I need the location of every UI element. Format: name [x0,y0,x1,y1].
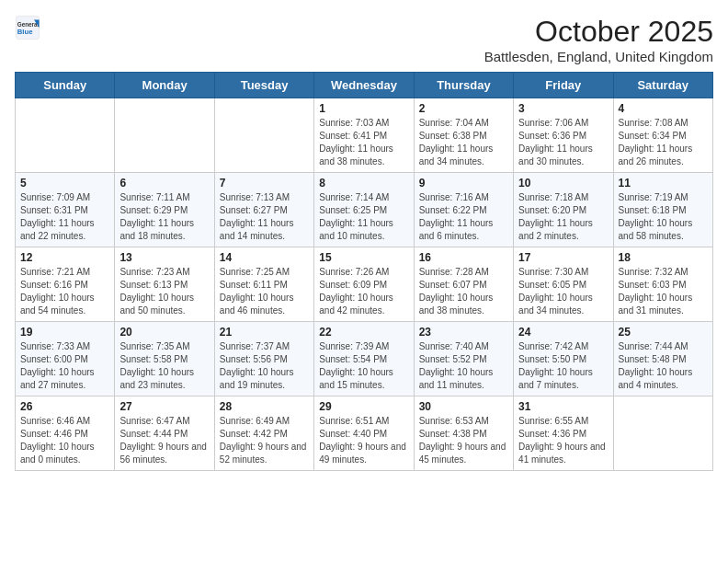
day-number: 11 [619,177,708,190]
day-number: 12 [20,251,109,264]
day-info: Sunrise: 7:44 AM Sunset: 5:48 PM Dayligh… [619,340,708,392]
day-number: 23 [419,326,508,339]
day-info: Sunrise: 7:18 AM Sunset: 6:20 PM Dayligh… [518,191,608,243]
day-number: 30 [419,400,508,413]
day-info: Sunrise: 6:53 AM Sunset: 4:38 PM Dayligh… [419,415,508,466]
calendar-cell: 10Sunrise: 7:18 AM Sunset: 6:20 PM Dayli… [514,173,613,247]
title-block: October 2025 Battlesden, England, United… [484,15,713,64]
calendar-cell: 4Sunrise: 7:08 AM Sunset: 6:34 PM Daylig… [613,98,712,173]
day-info: Sunrise: 7:32 AM Sunset: 6:03 PM Dayligh… [619,266,708,317]
day-number: 10 [518,177,608,190]
weekday-header-saturday: Saturday [613,73,712,98]
calendar-cell: 6Sunrise: 7:11 AM Sunset: 6:29 PM Daylig… [115,173,214,247]
weekday-header-tuesday: Tuesday [214,73,313,98]
day-number: 3 [518,102,608,115]
calendar-cell [16,98,115,173]
calendar-cell: 30Sunrise: 6:53 AM Sunset: 4:38 PM Dayli… [414,396,513,471]
day-info: Sunrise: 7:25 AM Sunset: 6:11 PM Dayligh… [220,266,309,317]
location: Battlesden, England, United Kingdom [484,49,713,64]
day-info: Sunrise: 7:28 AM Sunset: 6:07 PM Dayligh… [419,266,508,317]
day-info: Sunrise: 7:08 AM Sunset: 6:34 PM Dayligh… [619,117,708,168]
day-info: Sunrise: 7:06 AM Sunset: 6:36 PM Dayligh… [518,117,608,168]
day-number: 28 [220,400,309,413]
calendar-cell: 12Sunrise: 7:21 AM Sunset: 6:16 PM Dayli… [16,247,115,322]
day-number: 14 [220,251,309,264]
day-number: 20 [119,326,209,339]
svg-text:Blue: Blue [17,28,33,36]
calendar-cell: 23Sunrise: 7:40 AM Sunset: 5:52 PM Dayli… [414,322,513,396]
day-info: Sunrise: 7:21 AM Sunset: 6:16 PM Dayligh… [20,266,109,317]
calendar-week-row: 19Sunrise: 7:33 AM Sunset: 6:00 PM Dayli… [16,322,713,396]
day-number: 8 [319,177,408,190]
calendar-cell: 21Sunrise: 7:37 AM Sunset: 5:56 PM Dayli… [214,322,313,396]
calendar-cell: 8Sunrise: 7:14 AM Sunset: 6:25 PM Daylig… [314,173,414,247]
calendar-cell: 18Sunrise: 7:32 AM Sunset: 6:03 PM Dayli… [613,247,712,322]
day-info: Sunrise: 7:11 AM Sunset: 6:29 PM Dayligh… [119,191,209,243]
day-number: 9 [419,177,508,190]
calendar-cell: 17Sunrise: 7:30 AM Sunset: 6:05 PM Dayli… [514,247,613,322]
day-info: Sunrise: 7:04 AM Sunset: 6:38 PM Dayligh… [419,117,508,168]
logo: General Blue [15,15,40,40]
day-number: 7 [220,177,309,190]
day-number: 6 [119,177,209,190]
weekday-header-friday: Friday [514,73,613,98]
day-info: Sunrise: 7:26 AM Sunset: 6:09 PM Dayligh… [319,266,408,317]
day-info: Sunrise: 7:35 AM Sunset: 5:58 PM Dayligh… [119,340,209,392]
day-info: Sunrise: 7:40 AM Sunset: 5:52 PM Dayligh… [419,340,508,392]
day-number: 22 [319,326,408,339]
calendar-cell: 25Sunrise: 7:44 AM Sunset: 5:48 PM Dayli… [613,322,712,396]
day-info: Sunrise: 7:03 AM Sunset: 6:41 PM Dayligh… [319,117,408,168]
logo-icon: General Blue [15,15,40,40]
calendar-cell: 19Sunrise: 7:33 AM Sunset: 6:00 PM Dayli… [16,322,115,396]
day-info: Sunrise: 7:09 AM Sunset: 6:31 PM Dayligh… [20,191,109,243]
day-number: 17 [518,251,608,264]
day-number: 19 [20,326,109,339]
calendar-cell: 15Sunrise: 7:26 AM Sunset: 6:09 PM Dayli… [314,247,414,322]
day-info: Sunrise: 6:51 AM Sunset: 4:40 PM Dayligh… [319,415,408,466]
weekday-header-sunday: Sunday [16,73,115,98]
calendar-cell [214,98,313,173]
calendar-table: SundayMondayTuesdayWednesdayThursdayFrid… [15,72,713,471]
calendar-cell: 2Sunrise: 7:04 AM Sunset: 6:38 PM Daylig… [414,98,513,173]
day-number: 31 [518,400,608,413]
day-number: 26 [20,400,109,413]
calendar-cell: 26Sunrise: 6:46 AM Sunset: 4:46 PM Dayli… [16,396,115,471]
day-number: 21 [220,326,309,339]
day-info: Sunrise: 7:42 AM Sunset: 5:50 PM Dayligh… [518,340,608,392]
day-info: Sunrise: 7:13 AM Sunset: 6:27 PM Dayligh… [220,191,309,243]
calendar-cell: 7Sunrise: 7:13 AM Sunset: 6:27 PM Daylig… [214,173,313,247]
calendar-cell: 14Sunrise: 7:25 AM Sunset: 6:11 PM Dayli… [214,247,313,322]
day-info: Sunrise: 6:49 AM Sunset: 4:42 PM Dayligh… [220,415,309,466]
calendar-week-row: 1Sunrise: 7:03 AM Sunset: 6:41 PM Daylig… [16,98,713,173]
day-number: 24 [518,326,608,339]
weekday-header-monday: Monday [115,73,214,98]
day-info: Sunrise: 7:37 AM Sunset: 5:56 PM Dayligh… [220,340,309,392]
calendar-week-row: 5Sunrise: 7:09 AM Sunset: 6:31 PM Daylig… [16,173,713,247]
day-info: Sunrise: 7:16 AM Sunset: 6:22 PM Dayligh… [419,191,508,243]
day-number: 4 [619,102,708,115]
weekday-header-row: SundayMondayTuesdayWednesdayThursdayFrid… [16,73,713,98]
calendar-cell [613,396,712,471]
calendar-cell: 22Sunrise: 7:39 AM Sunset: 5:54 PM Dayli… [314,322,414,396]
day-info: Sunrise: 6:46 AM Sunset: 4:46 PM Dayligh… [20,415,109,466]
calendar-cell: 28Sunrise: 6:49 AM Sunset: 4:42 PM Dayli… [214,396,313,471]
calendar-cell: 5Sunrise: 7:09 AM Sunset: 6:31 PM Daylig… [16,173,115,247]
calendar-cell: 3Sunrise: 7:06 AM Sunset: 6:36 PM Daylig… [514,98,613,173]
day-number: 13 [119,251,209,264]
day-info: Sunrise: 6:47 AM Sunset: 4:44 PM Dayligh… [119,415,209,466]
day-number: 16 [419,251,508,264]
weekday-header-wednesday: Wednesday [314,73,414,98]
day-info: Sunrise: 7:39 AM Sunset: 5:54 PM Dayligh… [319,340,408,392]
day-info: Sunrise: 7:30 AM Sunset: 6:05 PM Dayligh… [518,266,608,317]
day-number: 18 [619,251,708,264]
calendar-cell [115,98,214,173]
page-header: General Blue October 2025 Battlesden, En… [15,15,713,64]
calendar-week-row: 12Sunrise: 7:21 AM Sunset: 6:16 PM Dayli… [16,247,713,322]
day-number: 29 [319,400,408,413]
month-title: October 2025 [484,15,713,49]
day-number: 1 [319,102,408,115]
day-number: 27 [119,400,209,413]
day-info: Sunrise: 7:14 AM Sunset: 6:25 PM Dayligh… [319,191,408,243]
weekday-header-thursday: Thursday [414,73,513,98]
calendar-week-row: 26Sunrise: 6:46 AM Sunset: 4:46 PM Dayli… [16,396,713,471]
